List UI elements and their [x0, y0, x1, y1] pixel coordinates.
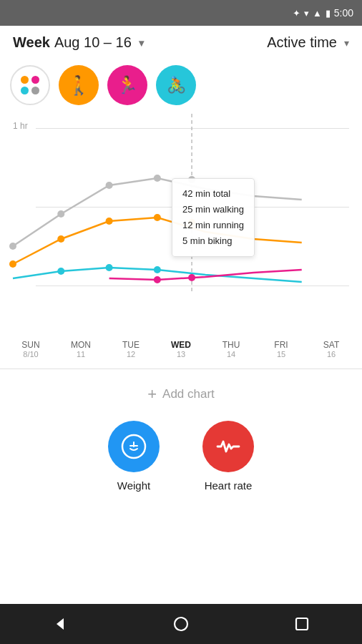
heart-rate-icon-circle	[202, 421, 254, 472]
svg-point-1	[9, 243, 16, 250]
weight-icon-circle	[108, 421, 160, 472]
bottom-nav	[0, 604, 362, 644]
all-activities-button[interactable]	[10, 65, 50, 105]
svg-rect-18	[133, 441, 134, 447]
heart-rate-card[interactable]: Heart rate	[202, 421, 254, 492]
active-time-text: Active time	[267, 34, 337, 51]
tooltip-walking: 25 min walking	[182, 202, 244, 218]
signal-icon: ▲	[313, 8, 322, 19]
tooltip-total: 42 min total	[182, 186, 244, 202]
walking-icon: 🚶	[67, 74, 90, 97]
home-icon	[173, 616, 189, 632]
running-button[interactable]: 🏃	[107, 65, 147, 105]
svg-point-20	[175, 618, 187, 630]
recent-button[interactable]	[288, 610, 316, 638]
svg-point-12	[106, 264, 113, 271]
wifi-icon: ▾	[304, 8, 309, 19]
add-chart-label: Add chart	[162, 387, 215, 401]
svg-point-4	[154, 175, 161, 182]
activity-icons-row: 🚶 🏃 🚴	[0, 59, 362, 111]
day-tue: TUE 12	[113, 340, 149, 358]
status-time: 5:00	[334, 7, 353, 19]
svg-point-14	[154, 276, 161, 283]
week-dropdown-arrow[interactable]: ▾	[139, 37, 144, 49]
day-sun: SUN 8/10	[13, 340, 49, 358]
chart-area: 1 hr 42 min total 25 min wal	[0, 114, 362, 336]
status-bar: ✦ ▾ ▲ ▮ 5:00	[0, 0, 362, 26]
day-mon: MON 11	[63, 340, 99, 358]
running-icon: 🏃	[117, 75, 138, 95]
back-icon	[52, 616, 68, 632]
svg-point-2	[57, 210, 64, 218]
tooltip-biking: 5 min biking	[182, 233, 244, 249]
day-wed: WED 13	[163, 340, 199, 358]
weight-label: Weight	[117, 479, 150, 492]
status-icons: ✦ ▾ ▲ ▮ 5:00	[293, 7, 353, 19]
bluetooth-icon: ✦	[293, 8, 300, 19]
week-text: Week	[13, 34, 50, 51]
svg-point-15	[188, 274, 195, 281]
active-time-selector[interactable]: Active time ▾	[267, 34, 349, 51]
add-chart-button[interactable]: + Add chart	[0, 369, 362, 414]
tooltip-running: 12 min running	[182, 218, 244, 233]
svg-point-13	[154, 266, 161, 273]
walking-button[interactable]: 🚶	[59, 65, 99, 105]
svg-point-3	[106, 182, 113, 189]
battery-icon: ▮	[326, 8, 331, 19]
days-row: SUN 8/10 MON 11 TUE 12 WED 13 THU 14 FRI…	[0, 336, 362, 358]
biking-button[interactable]: 🚴	[156, 65, 196, 105]
svg-point-7	[57, 235, 64, 243]
header: Week Aug 10 – 16 ▾ Active time ▾	[0, 26, 362, 59]
svg-marker-19	[57, 618, 64, 630]
biking-icon: 🚴	[167, 76, 186, 94]
day-fri: FRI 15	[263, 340, 299, 358]
active-time-dropdown-arrow[interactable]: ▾	[344, 37, 349, 49]
svg-rect-21	[296, 618, 308, 630]
date-range: Aug 10 – 16	[54, 34, 132, 51]
home-button[interactable]	[167, 610, 195, 638]
week-label: Week Aug 10 – 16 ▾	[13, 34, 144, 51]
heart-rate-label: Heart rate	[205, 479, 253, 492]
svg-point-8	[106, 218, 113, 225]
heart-rate-icon	[213, 431, 243, 462]
all-activities-icon	[21, 76, 39, 94]
svg-point-6	[9, 260, 16, 268]
weight-card[interactable]: Weight	[108, 421, 160, 492]
svg-point-9	[154, 214, 161, 221]
recent-icon	[294, 616, 310, 632]
day-thu: THU 14	[213, 340, 249, 358]
metric-cards: Weight Heart rate	[0, 414, 362, 492]
chart-tooltip: 42 min total 25 min walking 12 min runni…	[172, 178, 255, 257]
weight-icon	[120, 433, 147, 460]
svg-point-11	[57, 268, 64, 275]
day-sat: SAT 16	[313, 340, 349, 358]
back-button[interactable]	[46, 610, 74, 638]
add-chart-plus-icon: +	[147, 385, 157, 404]
